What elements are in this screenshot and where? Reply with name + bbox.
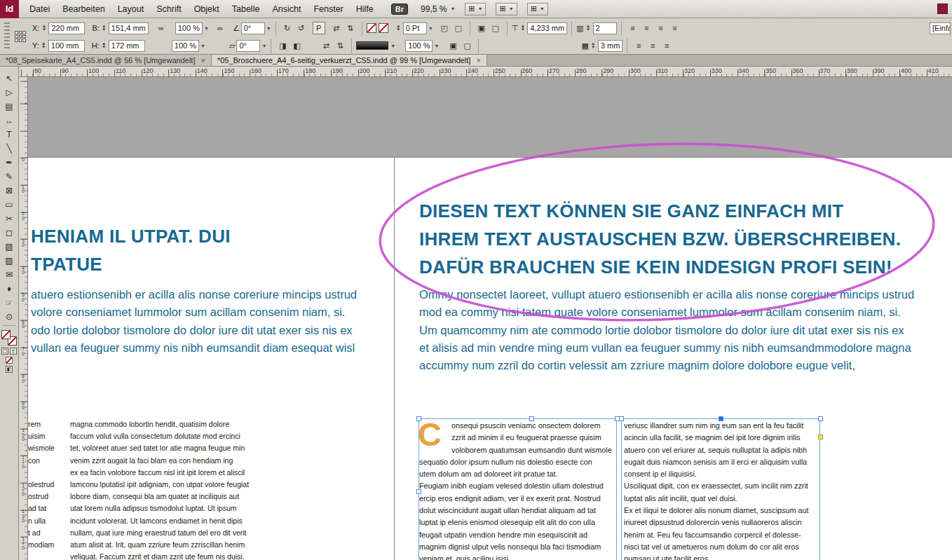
menu-item[interactable]: Objekt [188,4,226,14]
align-bottom-button[interactable]: ≡ [660,39,674,53]
text-frame-left[interactable] [419,418,617,560]
menu-item[interactable]: Ansicht [266,4,307,14]
menu-item[interactable]: Bearbeiten [56,4,111,14]
hand-tool[interactable]: ☞ [1,296,18,310]
text-wrap-none-button[interactable]: ▢ [489,22,503,35]
rotation-value[interactable]: 0° [241,22,265,34]
chevron-down-icon[interactable]: ▼ [204,26,209,31]
zoom-level-select[interactable]: 99,5 % ▼ [421,4,455,14]
frame-handle-mid-left[interactable] [416,489,421,494]
baseline-grid-value[interactable]: 4,233 mm [527,22,567,34]
stepper-icon[interactable]: ▲▼ [590,42,597,49]
scale-y-field[interactable]: 100 % ▼ [172,40,205,52]
text-frame-right[interactable] [621,418,820,560]
reference-point-proxy[interactable] [15,31,26,42]
free-transform-tool[interactable]: ◻ [1,226,18,240]
pasteboard[interactable]: HENIAM IL UTPAT. DUITPATUE atuero estion… [28,77,952,560]
shear-value[interactable]: 0° [236,40,260,52]
height-value[interactable]: 172 mm [109,40,145,52]
stepper-icon[interactable]: ▲▼ [101,25,107,32]
frame-handle-top-center-right[interactable] [719,416,723,421]
stepper-icon[interactable]: ▲▼ [101,42,107,49]
tab-broschuere[interactable]: *05_Broschuere_A4_6-seitig_verkuerzt_CS5… [212,55,487,66]
view-options-button[interactable]: ⊞ ▼ [465,3,486,15]
flip-horizontal-button[interactable]: ⇄ [319,39,333,53]
vertical-ruler[interactable]: 01 02 03 04 05 06 07 08 09 01 0 01 1 01 … [19,77,28,560]
text-wrap-button[interactable]: ▣ [475,22,489,35]
align-right-button[interactable]: ≡ [654,22,668,35]
gradient-swatch-tool[interactable]: ▧ [1,240,18,254]
constrain-scale-icon[interactable]: ∞ [213,22,227,35]
stepper-icon[interactable]: ▲▼ [41,25,47,32]
stroke-none-swatch[interactable] [379,23,388,33]
apply-none-button[interactable] [6,357,13,364]
pencil-tool[interactable]: ✎ [1,170,18,184]
select-content-button[interactable]: ◧ [290,39,304,53]
width-field[interactable]: B: ▲▼ 151,4 mm [92,22,148,34]
align-center-button[interactable]: ≡ [640,22,654,35]
frame-handle-top-left[interactable] [416,416,421,421]
flip-vertical-button[interactable]: ⇅ [333,39,347,53]
scale-x-value[interactable]: 100 % [175,22,203,34]
stroke-style-select[interactable]: [Einfa [930,22,951,34]
formatting-affects-text-button[interactable]: T [10,348,17,355]
gutter-field[interactable]: ▦ ▲▼ 3 mm [581,40,623,52]
stepper-icon[interactable]: ▲▼ [41,42,47,49]
shear-angle-field[interactable]: ▱ 0° ▼ [229,40,266,52]
bridge-button[interactable]: Br [391,4,408,15]
chevron-down-icon[interactable]: ▼ [261,43,266,48]
columns-value[interactable]: 2 [593,22,617,34]
view-mode-button[interactable]: ◧ [6,366,13,373]
line-tool[interactable]: ╲ [1,142,18,156]
effects-button[interactable]: ▣ [446,39,460,53]
x-position-value[interactable]: 220 mm [48,22,85,34]
opacity-value[interactable]: 100 % [405,40,433,52]
chevron-down-icon[interactable]: ▼ [200,43,205,48]
rectangle-tool[interactable]: ▭ [1,198,18,212]
select-container-button[interactable]: ◨ [276,39,290,53]
close-icon[interactable]: × [200,56,205,64]
gap-tool[interactable]: ↔ [1,114,18,128]
corner-options-button[interactable]: ◰ [437,22,451,35]
gutter-value[interactable]: 3 mm [598,40,623,52]
page-tool[interactable]: ▤ [1,100,18,114]
gradient-feather-tool[interactable]: ▨ [1,254,18,268]
menu-item[interactable]: Tabelle [226,4,266,14]
fill-stroke-proxy[interactable] [1,330,17,346]
frame-handle-top-right[interactable] [818,416,823,421]
direct-selection-tool[interactable]: ▷ [1,86,18,100]
fill-none-swatch[interactable] [367,23,376,33]
page-left[interactable]: HENIAM IL UTPAT. DUITPATUE atuero estion… [28,158,394,560]
rotate-ccw-button[interactable]: ↺ [294,22,308,35]
align-left-button[interactable]: ≡ [626,22,640,35]
flip-vertical-button[interactable]: ⇅ [344,22,358,35]
fill-swatch[interactable] [1,330,11,339]
align-middle-button[interactable]: ≡ [646,39,660,53]
eyedropper-tool[interactable]: ♦ [1,282,18,296]
type-tool[interactable]: T [1,128,18,142]
stepper-icon[interactable]: ▲▼ [519,25,526,32]
frame-handle-top-left-right[interactable] [619,416,624,421]
opacity-field[interactable]: 100 % ▼ [405,40,439,52]
rotate-cw-button[interactable]: ↻ [280,22,294,35]
menu-item[interactable]: Schrift [150,4,187,14]
stepper-icon[interactable]: ▲▼ [395,25,402,32]
x-position-field[interactable]: X: ▲▼ 220 mm [32,22,85,34]
width-value[interactable]: 151,4 mm [109,22,149,34]
stepper-icon[interactable]: ▲▼ [585,25,592,32]
panel-dock-handle[interactable] [4,22,10,50]
chevron-down-icon[interactable]: ▼ [434,43,439,48]
flip-horizontal-button[interactable]: ⇄ [329,22,344,35]
menu-item[interactable]: Hilfe [350,4,380,14]
zoom-tool[interactable]: ⊙ [1,310,18,324]
chevron-down-icon[interactable]: ▼ [390,43,395,48]
justify-button[interactable]: ≡ [668,22,682,35]
frame-handle-top-center-left[interactable] [529,416,534,421]
columns-field[interactable]: ▥ ▲▼ 2 [576,22,616,34]
paragraph-badge[interactable]: P [313,22,325,34]
chevron-down-icon[interactable]: ▼ [428,26,433,31]
scissors-tool[interactable]: ✂ [1,212,18,226]
stroke-weight-field[interactable]: ▲▼ 0 Pt ▼ [395,22,433,34]
rectangle-frame-tool[interactable]: ⊠ [1,184,18,198]
close-icon[interactable]: × [476,56,480,64]
